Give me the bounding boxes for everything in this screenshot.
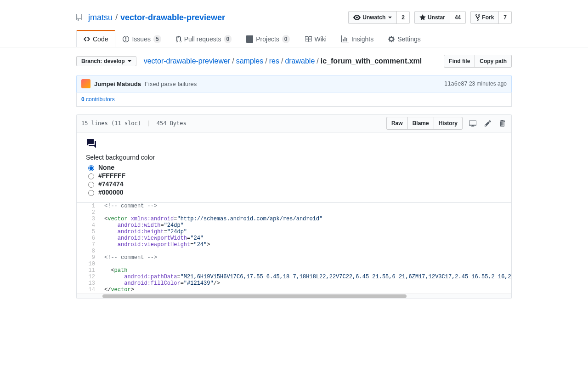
tab-pulls[interactable]: Pull requests 0	[169, 31, 239, 47]
code-line: android:fillColor="#121439"/>	[100, 280, 511, 287]
fork-icon	[475, 14, 480, 21]
code-line: <vector xmlns:android="http://schemas.an…	[100, 216, 511, 222]
raw-button[interactable]: Raw	[386, 117, 408, 130]
line-number[interactable]: 6	[77, 235, 100, 242]
book-icon	[305, 35, 312, 43]
horizontal-scrollbar[interactable]	[77, 293, 511, 299]
contributors-link[interactable]: 0 contributors	[81, 96, 115, 103]
bg-option-label: #747474	[98, 180, 124, 188]
bg-option[interactable]: #747474	[86, 180, 502, 188]
bg-color-label: Select backgournd color	[86, 154, 502, 161]
repo-title: jmatsu / vector-drawable-previewer	[76, 13, 225, 23]
line-number[interactable]: 12	[77, 274, 100, 280]
bg-radio[interactable]	[88, 165, 94, 171]
find-file-button[interactable]: Find file	[444, 55, 475, 68]
fork-count[interactable]: 7	[499, 11, 512, 24]
line-number[interactable]: 2	[77, 209, 100, 216]
bg-option[interactable]: #000000	[86, 189, 502, 196]
bg-option-label: #000000	[98, 189, 124, 196]
history-button[interactable]: History	[434, 117, 463, 130]
code-view: 1<!-- comment -->23<vector xmlns:android…	[77, 203, 511, 293]
repo-nav: Code Issues 5 Pull requests 0 Projects 0…	[76, 31, 512, 47]
commit-sha[interactable]: 11a6e87	[444, 80, 468, 87]
code-line	[100, 248, 511, 254]
bg-option[interactable]: #FFFFFF	[86, 172, 502, 179]
line-number[interactable]: 11	[77, 267, 100, 274]
bg-radio[interactable]	[88, 182, 94, 188]
tab-settings[interactable]: Settings	[381, 31, 428, 47]
fork-button[interactable]: Fork	[470, 11, 499, 24]
crumb-res[interactable]: res	[269, 57, 279, 65]
pencil-icon[interactable]	[483, 118, 493, 129]
crumb-root[interactable]: vector-drawable-previewer	[144, 57, 231, 65]
line-number[interactable]: 8	[77, 248, 100, 254]
caret-down-icon	[388, 17, 392, 18]
tab-insights[interactable]: Insights	[334, 31, 381, 47]
line-number[interactable]: 13	[77, 280, 100, 287]
line-number[interactable]: 7	[77, 242, 100, 248]
line-number[interactable]: 9	[77, 254, 100, 261]
avatar[interactable]	[81, 79, 90, 88]
copy-path-button[interactable]: Copy path	[475, 55, 512, 68]
bg-option-label: #FFFFFF	[98, 172, 125, 179]
code-line	[100, 261, 511, 267]
bg-option-label: None	[98, 164, 114, 171]
commit-author[interactable]: Jumpei Matsuda	[94, 80, 141, 87]
issue-icon	[123, 35, 129, 43]
code-line: <path	[100, 267, 511, 274]
gear-icon	[388, 35, 395, 43]
line-number[interactable]: 3	[77, 216, 100, 222]
tab-code[interactable]: Code	[76, 30, 115, 47]
watch-count[interactable]: 2	[397, 11, 410, 24]
project-icon	[246, 35, 253, 43]
commit-message[interactable]: Fixed parse failures	[145, 80, 197, 87]
caret-down-icon	[128, 60, 131, 62]
desktop-icon[interactable]	[467, 118, 478, 129]
star-icon	[419, 14, 426, 21]
bg-option[interactable]: None	[86, 164, 502, 171]
code-icon	[84, 35, 90, 43]
repo-link[interactable]: vector-drawable-previewer	[120, 13, 225, 23]
repo-icon	[76, 14, 84, 21]
line-number[interactable]: 5	[77, 229, 100, 235]
code-line: android:viewportHeight="24">	[100, 242, 511, 248]
eye-icon	[353, 14, 361, 21]
watch-button[interactable]: Unwatch	[348, 11, 397, 24]
forum-icon	[86, 138, 502, 149]
contributors: 0 contributors	[76, 92, 512, 107]
tab-issues[interactable]: Issues 5	[115, 31, 168, 47]
star-count[interactable]: 44	[450, 11, 466, 24]
line-number[interactable]: 4	[77, 222, 100, 229]
bg-radio[interactable]	[88, 173, 94, 179]
line-number[interactable]: 14	[77, 287, 100, 293]
code-line: android:viewportWidth="24"	[100, 235, 511, 242]
trash-icon[interactable]	[498, 118, 507, 129]
code-line: <!-- comment -->	[100, 254, 511, 261]
commit-tease: Jumpei Matsuda Fixed parse failures 11a6…	[76, 75, 512, 92]
code-line: <!-- comment -->	[100, 203, 511, 209]
commit-time: 23 minutes ago	[469, 80, 507, 87]
line-number[interactable]: 1	[77, 203, 100, 209]
tab-wiki[interactable]: Wiki	[297, 31, 334, 47]
code-line	[100, 209, 511, 216]
code-line: android:pathData="M21,6H19V15H6V17C6,17.…	[100, 274, 511, 280]
star-button[interactable]: Unstar	[414, 11, 450, 24]
code-line: android:width="24dp"	[100, 222, 511, 229]
crumb-file: ic_forum_with_comment.xml	[321, 57, 422, 65]
crumb-drawable[interactable]: drawable	[285, 57, 315, 65]
line-number[interactable]: 10	[77, 261, 100, 267]
code-line: </vector>	[100, 287, 511, 293]
bg-radio[interactable]	[88, 190, 94, 196]
tab-projects[interactable]: Projects 0	[239, 31, 297, 47]
branch-select[interactable]: Branch: develop	[76, 56, 136, 66]
pr-icon	[176, 35, 181, 43]
owner-link[interactable]: jmatsu	[88, 13, 113, 23]
file-info: 15 lines (11 sloc) | 454 Bytes	[81, 120, 187, 126]
blame-button[interactable]: Blame	[408, 117, 434, 130]
code-line: android:height="24dp"	[100, 229, 511, 235]
graph-icon	[341, 35, 349, 43]
breadcrumb: vector-drawable-previewer/ samples/ res/…	[144, 57, 422, 65]
preview-pane: Select backgournd color None#FFFFFF#7474…	[77, 132, 511, 203]
crumb-samples[interactable]: samples	[236, 57, 264, 65]
